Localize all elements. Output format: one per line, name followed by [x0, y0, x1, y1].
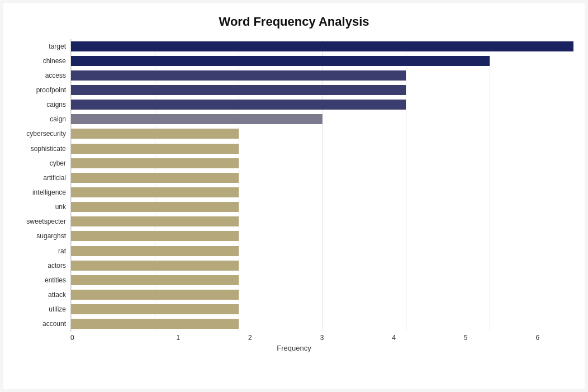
x-tick: 3: [286, 334, 358, 342]
x-axis: 0123456: [70, 332, 573, 342]
x-tick: 2: [214, 334, 286, 342]
bar: [71, 187, 239, 197]
bar-row: [71, 98, 573, 111]
y-label: attack: [48, 291, 66, 298]
bar-row: [71, 172, 573, 184]
y-label: target: [49, 43, 66, 50]
bar-row: [71, 127, 573, 140]
bar: [71, 290, 239, 300]
bar: [71, 114, 323, 124]
bar-row: [71, 245, 573, 257]
bar-row: [71, 55, 573, 67]
y-label: chinese: [43, 58, 66, 64]
bar-row: [71, 84, 573, 96]
chart-area: targetchineseaccessproofpointcaignscaign…: [15, 39, 573, 352]
y-label: actors: [48, 262, 66, 269]
bar-row: [71, 201, 573, 213]
bar-row: [71, 157, 573, 169]
bar: [71, 304, 239, 314]
bar-row: [71, 215, 573, 228]
bar: [71, 144, 239, 154]
chart-title: Word Frequency Analysis: [15, 15, 573, 29]
bar: [71, 70, 406, 81]
bars-plot: [70, 39, 573, 332]
bar-row: [71, 69, 573, 82]
y-label: caigns: [46, 101, 66, 108]
x-tick: 6: [501, 334, 573, 342]
bar: [71, 85, 406, 95]
bar-row: [71, 113, 573, 125]
y-label: proofpoint: [36, 87, 66, 93]
chart-container: Word Frequency Analysis targetchineseacc…: [3, 3, 585, 389]
bar: [71, 158, 239, 168]
y-label: cybersecurity: [26, 130, 66, 137]
bar: [71, 216, 239, 226]
y-label: unk: [55, 204, 66, 210]
bar: [71, 129, 239, 139]
y-labels: targetchineseaccessproofpointcaignscaign…: [15, 39, 70, 332]
bar: [71, 41, 573, 51]
x-tick: 4: [358, 334, 430, 342]
bar: [71, 56, 490, 66]
bar-row: [71, 143, 573, 155]
y-label: account: [42, 320, 66, 327]
bar-row: [71, 186, 573, 199]
y-label: access: [45, 72, 66, 79]
bar-row: [71, 259, 573, 272]
bars-section: targetchineseaccessproofpointcaignscaign…: [15, 39, 573, 332]
y-label: utilize: [49, 306, 66, 313]
bar: [71, 202, 239, 212]
bar-row: [71, 303, 573, 315]
x-tick: 5: [430, 334, 502, 342]
y-label: cyber: [50, 160, 66, 167]
y-label: sugarghst: [36, 233, 66, 239]
bar-row: [71, 274, 573, 286]
bar: [71, 231, 239, 241]
bar: [71, 173, 239, 183]
y-label: sweetspecter: [26, 218, 66, 225]
y-label: rat: [58, 248, 66, 254]
bar-row: [71, 289, 573, 301]
x-tick: 1: [143, 334, 215, 342]
bar: [71, 246, 239, 256]
y-label: entities: [45, 277, 66, 284]
bar-row: [71, 230, 573, 242]
bar: [71, 275, 239, 285]
bar: [71, 261, 239, 271]
y-label: caign: [50, 116, 66, 122]
bar-row: [71, 40, 573, 53]
bar: [71, 100, 406, 110]
bar: [71, 319, 239, 329]
x-tick: 0: [70, 334, 143, 342]
y-label: sophisticate: [31, 145, 66, 152]
y-label: intelligence: [32, 189, 66, 196]
x-axis-title: Frequency: [15, 344, 573, 352]
y-label: artificial: [43, 174, 66, 181]
bar-row: [71, 318, 573, 330]
